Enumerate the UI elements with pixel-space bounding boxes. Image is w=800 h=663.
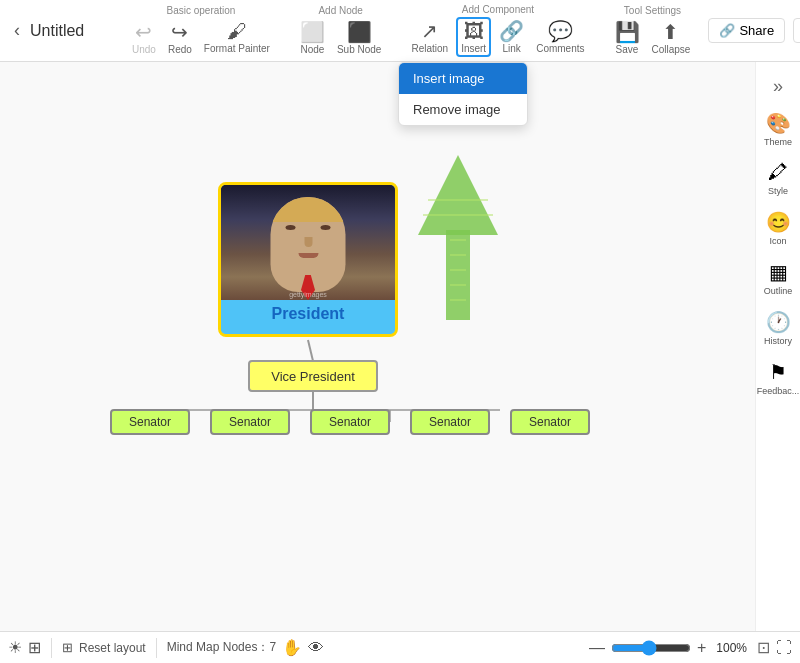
fullscreen-icon[interactable]: ⛶ [776,639,792,657]
zoom-slider[interactable] [611,640,691,656]
icon-icon: 😊 [766,210,791,234]
bb-separator-1 [51,638,52,658]
sub-node-icon: ⬛ [347,20,372,44]
undo-label: Undo [132,44,156,55]
theme-icon: 🎨 [766,111,791,135]
sidebar-item-theme[interactable]: 🎨 Theme [757,105,799,153]
vp-label: Vice President [271,369,355,384]
sidebar-item-icon[interactable]: 😊 Icon [757,204,799,252]
senator-node-1[interactable]: Senator [110,409,190,435]
zoom-minus-icon[interactable]: — [589,639,605,657]
link-label: Link [502,43,520,54]
sidebar-item-style[interactable]: 🖍 Style [757,155,799,202]
bb-separator-2 [156,638,157,658]
toolbar-right: 🔗 Share 📤 Export [708,18,800,43]
basic-operation-label: Basic operation [167,5,236,16]
svg-line-0 [308,340,313,361]
basic-operation-items: ↩ Undo ↪ Redo 🖌 Format Painter [128,18,274,57]
brightness-icon[interactable]: ☀ [8,638,22,657]
format-painter-icon: 🖌 [227,20,247,43]
undo-button[interactable]: ↩ Undo [128,18,160,57]
sidebar-toggle-button[interactable]: » [756,70,800,103]
redo-icon: ↪ [171,20,188,44]
save-label: Save [616,44,639,55]
zoom-plus-icon[interactable]: + [697,639,706,657]
add-component-label: Add Component [462,4,534,15]
insert-label: Insert [461,43,486,54]
senator-label-4: Senator [429,415,471,429]
hand-icon[interactable]: ✋ [282,638,302,657]
relation-icon: ↗ [421,19,438,43]
back-button[interactable]: ‹ [8,16,26,45]
sidebar-item-history[interactable]: 🕐 History [757,304,799,352]
tool-settings-items: 💾 Save ⬆ Collapse [611,18,695,57]
sub-node-label: Sub Node [337,44,381,55]
svg-rect-8 [446,230,470,320]
senator-label-5: Senator [529,415,571,429]
svg-marker-9 [418,155,498,235]
basic-operation-group: Basic operation ↩ Undo ↪ Redo 🖌 Format P… [128,5,274,57]
zoom-value: 100% [716,641,747,655]
undo-icon: ↩ [135,20,152,44]
connector-lines [0,62,800,631]
export-button[interactable]: 📤 Export [793,18,800,43]
comments-label: Comments [536,43,584,54]
sidebar-item-outline[interactable]: ▦ Outline [757,254,799,302]
link-icon: 🔗 [499,19,524,43]
node-info-label: Mind Map Nodes：7 [167,639,276,656]
vp-node[interactable]: Vice President [248,360,378,392]
insert-button[interactable]: 🖼 Insert [456,17,491,57]
feedback-icon: ⚑ [769,360,787,384]
right-sidebar: » 🎨 Theme 🖍 Style 😊 Icon ▦ Outline 🕐 His… [755,62,800,631]
share-icon: 🔗 [719,23,735,38]
save-icon: 💾 [615,20,640,44]
feedback-label: Feedbac... [757,386,800,396]
history-label: History [764,336,792,346]
senator-node-4[interactable]: Senator [410,409,490,435]
senator-node-2[interactable]: Senator [210,409,290,435]
toolbar: ‹ Untitled Basic operation ↩ Undo ↪ Redo… [0,0,800,62]
senator-node-3[interactable]: Senator [310,409,390,435]
format-painter-button[interactable]: 🖌 Format Painter [200,18,274,57]
style-label: Style [768,186,788,196]
eye-icon[interactable]: 👁 [308,639,324,657]
save-button[interactable]: 💾 Save [611,18,644,57]
sidebar-item-feedback[interactable]: ⚑ Feedbac... [757,354,799,402]
node-icon: ⬜ [300,20,325,44]
add-node-label: Add Node [318,5,362,16]
senator-label-3: Senator [329,415,371,429]
node-button[interactable]: ⬜ Node [296,18,329,57]
senator-row: Senator Senator Senator Senator Senator [110,409,590,435]
collapse-label: Collapse [652,44,691,55]
redo-button[interactable]: ↪ Redo [164,18,196,57]
share-button[interactable]: 🔗 Share [708,18,785,43]
link-button[interactable]: 🔗 Link [495,17,528,57]
share-label: Share [739,23,774,38]
add-node-group: Add Node ⬜ Node ⬛ Sub Node [296,5,385,57]
insert-image-item[interactable]: Insert image [399,63,527,94]
sub-node-button[interactable]: ⬛ Sub Node [333,18,385,57]
remove-image-item[interactable]: Remove image [399,94,527,125]
icon-label: Icon [769,236,786,246]
style-icon: 🖍 [768,161,788,184]
collapse-button[interactable]: ⬆ Collapse [648,18,695,57]
comments-button[interactable]: 💬 Comments [532,17,588,57]
add-node-items: ⬜ Node ⬛ Sub Node [296,18,385,57]
node-label: Node [301,44,325,55]
sidebar-toggle-icon: » [773,76,783,96]
relation-button[interactable]: ↗ Relation [407,17,452,57]
canvas-area[interactable]: gettyimages President Vice President Sen… [0,62,800,631]
bottom-bar: ☀ ⊞ ⊞ Reset layout Mind Map Nodes：7 ✋ 👁 … [0,631,800,663]
add-component-items: ↗ Relation 🖼 Insert 🔗 Link 💬 Comments [407,17,588,57]
format-painter-label: Format Painter [204,43,270,54]
green-arrow [418,150,498,320]
senator-node-5[interactable]: Senator [510,409,590,435]
fit-screen-icon[interactable]: ⊡ [757,638,770,657]
history-icon: 🕐 [766,310,791,334]
grid-icon[interactable]: ⊞ [28,638,41,657]
insert-dropdown-menu: Insert image Remove image [398,62,528,126]
reset-layout-label[interactable]: Reset layout [79,641,146,655]
senator-label-1: Senator [129,415,171,429]
add-component-group: Add Component ↗ Relation 🖼 Insert 🔗 Link… [407,4,588,57]
president-node[interactable]: gettyimages President [218,182,398,337]
